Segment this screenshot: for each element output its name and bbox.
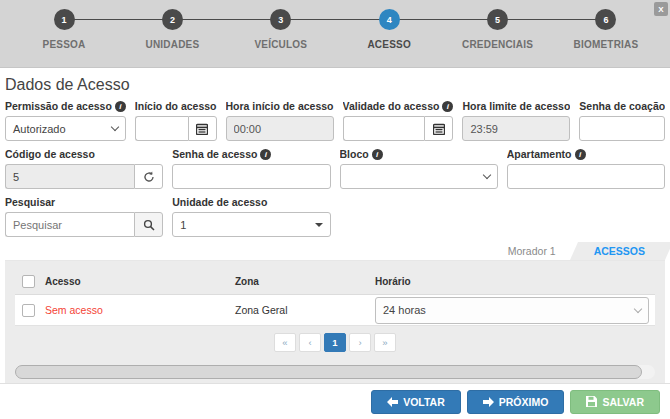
- step-credenciais[interactable]: 5 CREDENCIAIS: [452, 9, 544, 50]
- step-5-label: CREDENCIAIS: [462, 39, 533, 50]
- hora-inicio-label: Hora início de acesso: [226, 100, 334, 112]
- inicio-label: Início do acesso: [135, 100, 217, 112]
- pagination-page-1-button[interactable]: 1: [324, 333, 346, 352]
- chevron-down-icon: [483, 171, 491, 179]
- horario-select[interactable]: 24 horas: [375, 297, 649, 324]
- close-icon[interactable]: X: [654, 2, 668, 16]
- inicio-input[interactable]: [135, 116, 188, 141]
- pagination-last-button[interactable]: »: [374, 333, 396, 352]
- footer-action-bar: VOLTAR PRÓXIMO SALVAR: [0, 383, 670, 419]
- calendar-icon: [433, 123, 445, 135]
- field-inicio-acesso: Início do acesso: [135, 100, 217, 141]
- tab-acessos[interactable]: ACESSOS: [570, 242, 665, 260]
- info-icon: i: [372, 149, 383, 160]
- unidade-select[interactable]: 1: [172, 212, 330, 237]
- select-all-checkbox[interactable]: [22, 275, 35, 288]
- step-biometrias[interactable]: 6 BIOMETRIAS: [560, 9, 652, 50]
- info-icon: i: [260, 149, 271, 160]
- scrollbar-thumb[interactable]: [15, 365, 642, 379]
- horizontal-scrollbar: [15, 365, 655, 379]
- pagination-next-button[interactable]: ›: [349, 333, 371, 352]
- tab-morador-1[interactable]: Morador 1: [494, 242, 570, 260]
- calendar-button[interactable]: [424, 116, 453, 141]
- step-6-label: BIOMETRIAS: [574, 39, 639, 50]
- salvar-label: SALVAR: [602, 396, 644, 408]
- permissao-select[interactable]: Autorizado: [5, 116, 126, 141]
- bloco-label: Bloco: [340, 148, 369, 160]
- arrow-left-icon: [387, 397, 398, 407]
- step-2-label: UNIDADES: [145, 39, 199, 50]
- refresh-button[interactable]: [134, 164, 163, 189]
- pagination-first-button[interactable]: «: [274, 333, 296, 352]
- salvar-button[interactable]: SALVAR: [570, 390, 660, 414]
- unidade-label: Unidade de acesso: [172, 196, 267, 208]
- voltar-button[interactable]: VOLTAR: [371, 390, 461, 414]
- field-hora-inicio: Hora início de acesso: [226, 100, 334, 141]
- hora-limite-input: [462, 116, 570, 141]
- step-4-label: ACESSO: [367, 39, 410, 50]
- step-1-label: PESSOA: [43, 39, 86, 50]
- pagination-prev-button[interactable]: ‹: [299, 333, 321, 352]
- tab-bar: Morador 1 ACESSOS: [5, 244, 665, 261]
- field-senha-acesso: Senha de acessoi: [172, 148, 330, 189]
- field-apartamento: Apartamentoi: [507, 148, 665, 189]
- info-icon: i: [575, 149, 586, 160]
- pagination: « ‹ 1 › »: [15, 333, 655, 352]
- hora-inicio-input: [226, 116, 334, 141]
- step-3-label: VEÍCULOS: [254, 39, 307, 50]
- access-table: Acesso Zona Horário Sem acesso Zona Gera…: [15, 269, 655, 326]
- bloco-select[interactable]: [340, 164, 498, 189]
- calendar-button[interactable]: [188, 116, 217, 141]
- field-unidade-acesso: Unidade de acesso 1: [172, 196, 330, 237]
- proximo-button[interactable]: PRÓXIMO: [467, 390, 565, 414]
- step-1-circle: 1: [54, 9, 75, 30]
- step-pessoa[interactable]: 1 PESSOA: [18, 9, 110, 50]
- permissao-value: Autorizado: [13, 123, 66, 135]
- step-4-circle: 4: [379, 9, 400, 30]
- search-icon: [143, 219, 155, 231]
- calendar-icon: [196, 123, 208, 135]
- search-button[interactable]: [134, 212, 163, 237]
- hora-limite-label: Hora limite de acesso: [462, 100, 570, 112]
- row-checkbox[interactable]: [22, 304, 35, 317]
- permissao-label: Permissão de acesso: [5, 100, 112, 112]
- refresh-icon: [143, 171, 155, 183]
- step-5-circle: 5: [487, 9, 508, 30]
- field-senha-coacao: Senha de coação: [579, 100, 665, 141]
- unidade-value: 1: [180, 219, 186, 231]
- senha-acesso-label: Senha de acesso: [172, 148, 257, 160]
- step-acesso[interactable]: 4 ACESSO: [343, 9, 435, 50]
- arrow-right-icon: [483, 397, 494, 407]
- step-2-circle: 2: [162, 9, 183, 30]
- chevron-down-icon: [111, 123, 119, 131]
- col-header-horario: Horário: [375, 276, 655, 287]
- step-unidades[interactable]: 2 UNIDADES: [126, 9, 218, 50]
- acessos-panel: Acesso Zona Horário Sem acesso Zona Gera…: [5, 261, 665, 386]
- voltar-label: VOLTAR: [403, 396, 445, 408]
- apartamento-input[interactable]: [507, 164, 665, 189]
- codigo-input: [5, 164, 134, 189]
- col-header-acesso: Acesso: [45, 276, 235, 287]
- cell-acesso: Sem acesso: [45, 304, 235, 316]
- pesquisar-input[interactable]: [5, 212, 134, 237]
- field-pesquisar: Pesquisar: [5, 196, 163, 237]
- senha-coacao-input[interactable]: [579, 116, 665, 141]
- wizard-stepper: 1 PESSOA 2 UNIDADES 3 VEÍCULOS 4 ACESSO …: [0, 0, 670, 68]
- validade-label: Validade do acesso: [343, 100, 440, 112]
- field-bloco: Blocoi: [340, 148, 498, 189]
- caret-down-icon: [315, 223, 323, 227]
- senha-acesso-input[interactable]: [172, 164, 330, 189]
- step-veiculos[interactable]: 3 VEÍCULOS: [235, 9, 327, 50]
- field-codigo-acesso: Código de acesso: [5, 148, 163, 189]
- validade-input[interactable]: [343, 116, 425, 141]
- step-3-circle: 3: [270, 9, 291, 30]
- apartamento-label: Apartamento: [507, 148, 572, 160]
- table-row: Sem acesso Zona Geral 24 horas: [15, 295, 655, 326]
- codigo-label: Código de acesso: [5, 148, 95, 160]
- senha-coacao-label: Senha de coação: [579, 100, 665, 112]
- table-header-row: Acesso Zona Horário: [15, 269, 655, 295]
- proximo-label: PRÓXIMO: [499, 396, 549, 408]
- pesquisar-label: Pesquisar: [5, 196, 55, 208]
- access-form: Dados de Acesso Permissão de acessoi Aut…: [0, 68, 670, 386]
- field-hora-limite: Hora limite de acesso: [462, 100, 570, 141]
